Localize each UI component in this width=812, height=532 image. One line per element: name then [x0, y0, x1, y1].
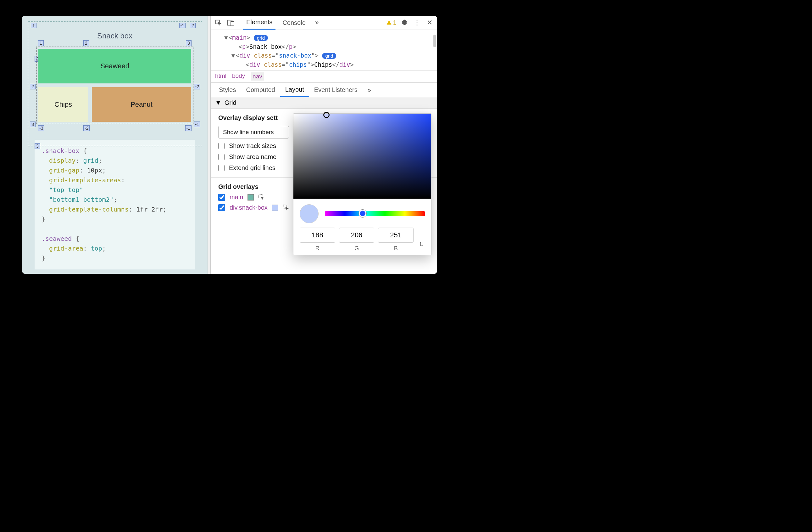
grid-cell-seaweed: Seaweed: [38, 49, 191, 83]
color-picker-popover: R G B ⇅: [293, 113, 432, 255]
styles-subtabs: Styles Computed Layout Event Listeners »: [211, 83, 437, 97]
breadcrumb[interactable]: html body nav: [211, 70, 437, 83]
grid-line-badge: -3: [38, 125, 44, 131]
tab-elements[interactable]: Elements: [243, 16, 275, 30]
overlay-main-checkbox[interactable]: [218, 194, 225, 201]
subtab-computed[interactable]: Computed: [241, 83, 280, 97]
grid-cell-chips: Chips: [38, 87, 88, 122]
grid-line-badge: 1: [31, 23, 37, 28]
disclosure-triangle-icon[interactable]: ▼: [215, 99, 221, 107]
warnings-count: 1: [393, 19, 396, 26]
dom-tree[interactable]: ▼<main> grid <p>Snack box</p> ▼<div clas…: [211, 30, 437, 70]
channel-label: R: [300, 245, 335, 252]
page-viewport: 1 -1 2 2 3 Snack box 1 2 3 2 -2 3 -1 -3 …: [22, 16, 207, 274]
breadcrumb-item[interactable]: html: [215, 72, 227, 81]
color-mode-toggle-icon[interactable]: ⇅: [417, 232, 425, 247]
show-area-names-checkbox[interactable]: [218, 154, 224, 160]
svg-rect-2: [231, 22, 234, 26]
grid-line-badge: -1: [185, 125, 191, 131]
hue-slider[interactable]: [325, 211, 425, 216]
grid-line-badge: 1: [38, 40, 44, 46]
checkbox-label: Extend grid lines: [229, 164, 275, 171]
grid-line-badge: -1: [194, 122, 200, 127]
reveal-element-icon[interactable]: [283, 204, 290, 211]
color-b-input[interactable]: [378, 228, 414, 243]
app-window: 1 -1 2 2 3 Snack box 1 2 3 2 -2 3 -1 -3 …: [22, 16, 437, 274]
warnings-badge[interactable]: 1: [386, 19, 396, 26]
grid-line-badge: -2: [194, 84, 200, 89]
subtab-event-listeners[interactable]: Event Listeners: [309, 83, 363, 97]
breadcrumb-item[interactable]: body: [232, 72, 245, 81]
channel-label: G: [339, 245, 375, 252]
overlay-color-swatch[interactable]: [272, 205, 278, 211]
line-numbers-select[interactable]: Show line numbers: [218, 126, 289, 139]
grid-line-badge: 2: [190, 23, 195, 28]
grid-badge[interactable]: grid: [254, 35, 268, 41]
channel-label: B: [378, 245, 414, 252]
subtab-layout[interactable]: Layout: [280, 83, 309, 97]
checkbox-label: Show track sizes: [229, 142, 276, 150]
overlay-snackbox-checkbox[interactable]: [218, 204, 225, 211]
grid-line-badge: -1: [179, 23, 186, 28]
color-r-input[interactable]: [300, 228, 335, 243]
snack-box-grid: Seaweed Chips Peanut: [36, 46, 193, 124]
selected-color-swatch[interactable]: [300, 204, 319, 223]
more-subtabs-icon[interactable]: »: [363, 83, 376, 97]
grid-section-header[interactable]: ▼ Grid: [211, 97, 437, 109]
snack-grid-overlay: 1 2 3 2 -2 3 -1 -3 -2 -1 Seaweed Chips P…: [36, 46, 193, 124]
reveal-element-icon[interactable]: [258, 194, 265, 201]
grid-line-badge: 3: [34, 143, 40, 149]
grid-line-badge: 3: [30, 122, 35, 127]
saturation-value-field[interactable]: [293, 114, 431, 199]
page-title: Snack box: [31, 31, 198, 40]
grid-line-badge: -2: [83, 125, 90, 131]
extend-grid-lines-checkbox[interactable]: [218, 165, 224, 171]
css-code-block: .snack-box { display: grid; grid-gap: 10…: [34, 140, 195, 269]
disclosure-triangle-icon[interactable]: ▼: [231, 51, 236, 60]
tab-console[interactable]: Console: [279, 16, 308, 30]
subtab-styles[interactable]: Styles: [214, 83, 241, 97]
more-tabs-icon[interactable]: »: [313, 18, 321, 27]
overlay-color-swatch[interactable]: [247, 194, 254, 200]
settings-icon[interactable]: [400, 18, 409, 27]
disclosure-triangle-icon[interactable]: ▼: [224, 33, 229, 42]
inspect-icon[interactable]: [214, 18, 223, 27]
device-toggle-icon[interactable]: [227, 18, 235, 27]
grid-cell-peanut: Peanut: [92, 87, 191, 122]
breadcrumb-item[interactable]: nav: [251, 72, 264, 81]
close-icon[interactable]: ✕: [425, 18, 434, 27]
grid-line-badge: 3: [186, 40, 191, 46]
overlay-label: div.snack-box: [230, 204, 267, 211]
devtools-toolbar: Elements Console » 1 ⋮ ✕: [211, 16, 437, 30]
hue-thumb-icon[interactable]: [359, 210, 366, 217]
show-track-sizes-checkbox[interactable]: [218, 143, 224, 149]
grid-line-badge: 2: [83, 40, 89, 46]
kebab-menu-icon[interactable]: ⋮: [412, 18, 421, 27]
checkbox-label: Show area name: [229, 153, 276, 160]
color-g-input[interactable]: [339, 228, 375, 243]
grid-line-badge: 2: [30, 84, 35, 89]
overlay-label: main: [230, 194, 243, 201]
section-title: Grid: [224, 99, 236, 107]
sv-cursor-icon[interactable]: [323, 112, 330, 118]
grid-badge[interactable]: grid: [322, 53, 336, 59]
devtools-panel: Elements Console » 1 ⋮ ✕ ▼<main> grid <p…: [211, 16, 437, 274]
pane-splitter[interactable]: [207, 16, 211, 274]
